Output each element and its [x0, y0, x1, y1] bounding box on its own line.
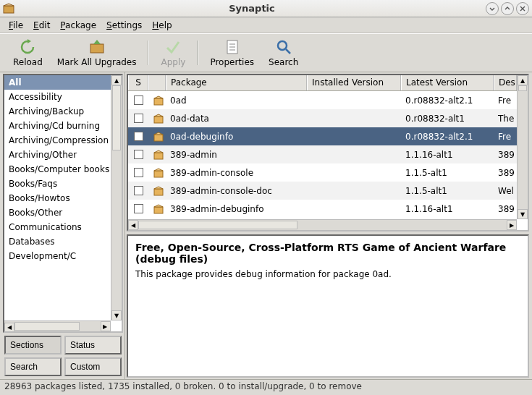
category-item[interactable]: Archiving/Backup — [4, 104, 111, 119]
scroll-thumb[interactable] — [518, 85, 527, 91]
column-description[interactable]: Des — [494, 75, 517, 90]
package-checkbox[interactable] — [134, 132, 143, 141]
separator — [193, 41, 203, 65]
svg-rect-3 — [90, 44, 104, 53]
svg-rect-15 — [154, 135, 163, 141]
category-item[interactable]: Books/Faqs — [4, 177, 111, 191]
package-table[interactable]: S Package Installed Version Latest Versi… — [127, 74, 529, 232]
svg-rect-23 — [154, 207, 163, 213]
table-row[interactable]: 0ad-data0.r08832-alt1The — [128, 109, 517, 127]
description-snippet: 389 — [494, 168, 517, 178]
sections-button[interactable]: Sections — [4, 336, 62, 354]
mark-all-upgrades-button[interactable]: Mark All Upgrades — [50, 35, 144, 70]
category-item[interactable]: Communications — [4, 220, 111, 234]
scroll-down-icon[interactable]: ▼ — [518, 209, 528, 219]
apply-icon — [164, 38, 182, 56]
category-item[interactable]: Books/Other — [4, 205, 111, 220]
table-row[interactable]: 389-admin-debuginfo1.1.16-alt1389 — [128, 200, 517, 218]
description-body: This package provides debug information … — [135, 269, 520, 279]
table-row[interactable]: 389-admin-console1.1.5-alt1389 — [128, 163, 517, 182]
custom-button[interactable]: Custom — [64, 357, 122, 376]
description-snippet: 389 — [494, 204, 517, 214]
scroll-up-icon[interactable]: ▲ — [518, 75, 528, 85]
scroll-thumb[interactable] — [14, 322, 80, 331]
svg-marker-24 — [154, 205, 163, 207]
table-row[interactable]: 0ad-debuginfo0.r08832-alt2.1Fre — [128, 127, 517, 145]
scroll-right-icon[interactable]: ▶ — [101, 321, 111, 331]
svg-marker-1 — [4, 4, 14, 6]
statusbar: 28963 packages listed, 1735 installed, 0… — [0, 379, 532, 394]
search-filter-button[interactable]: Search — [4, 357, 62, 376]
minimize-button[interactable] — [486, 2, 499, 15]
table-row[interactable]: 389-admin1.1.16-alt1389 — [128, 145, 517, 163]
package-checkbox[interactable] — [134, 186, 143, 195]
column-package[interactable]: Package — [166, 75, 307, 90]
description-snippet: Wel — [494, 186, 517, 196]
table-scrollbar-horizontal[interactable]: ◀ ▶ — [128, 219, 517, 230]
menu-help[interactable]: Help — [148, 19, 176, 32]
category-scrollbar-horizontal[interactable]: ◀ ▶ — [4, 320, 111, 331]
scroll-left-icon[interactable]: ◀ — [128, 220, 138, 230]
status-button[interactable]: Status — [64, 336, 122, 354]
maximize-button[interactable] — [501, 2, 514, 15]
package-checkbox[interactable] — [134, 204, 143, 213]
svg-marker-14 — [154, 114, 163, 116]
svg-marker-22 — [154, 187, 163, 189]
package-name: 389-admin-console-doc — [166, 186, 307, 196]
menu-package[interactable]: Package — [56, 19, 101, 32]
menu-file[interactable]: File — [4, 19, 28, 32]
table-row[interactable]: 0ad0.r08832-alt2.1Fre — [128, 91, 517, 109]
mark-all-label: Mark All Upgrades — [57, 57, 137, 67]
reload-label: Reload — [13, 57, 43, 67]
description-panel: Free, Open-Source, Cross-Platform RTS Ga… — [127, 234, 529, 378]
package-checkbox[interactable] — [134, 168, 143, 177]
scroll-thumb[interactable] — [112, 85, 121, 150]
scroll-left-icon[interactable]: ◀ — [4, 323, 14, 333]
category-item[interactable]: Accessibility — [4, 90, 111, 104]
category-item[interactable]: All — [4, 75, 111, 90]
close-button[interactable] — [516, 2, 529, 15]
category-item[interactable]: Books/Howtos — [4, 191, 111, 205]
table-scrollbar-vertical[interactable]: ▲ ▼ — [517, 75, 528, 219]
package-checkbox[interactable] — [134, 150, 143, 159]
properties-label: Properties — [210, 57, 254, 67]
svg-line-10 — [286, 49, 290, 54]
column-icon[interactable] — [148, 75, 166, 90]
package-name: 0ad-debuginfo — [166, 132, 307, 142]
category-item[interactable]: Archiving/Compression — [4, 133, 111, 148]
svg-marker-20 — [154, 169, 163, 171]
category-item[interactable]: Development/C — [4, 249, 111, 263]
scroll-down-icon[interactable]: ▼ — [111, 310, 122, 320]
svg-rect-11 — [154, 98, 163, 105]
menu-settings[interactable]: Settings — [102, 19, 146, 32]
category-item[interactable]: Databases — [4, 234, 111, 249]
latest-version: 1.1.5-alt1 — [401, 186, 494, 196]
category-item[interactable]: Archiving/Other — [4, 148, 111, 162]
package-icon — [153, 95, 164, 106]
svg-marker-18 — [154, 150, 163, 153]
reload-button[interactable]: Reload — [6, 35, 50, 70]
latest-version: 0.r08832-alt2.1 — [401, 132, 494, 142]
scroll-right-icon[interactable]: ▶ — [507, 220, 517, 230]
package-icon — [153, 113, 164, 124]
package-checkbox[interactable] — [134, 95, 143, 105]
column-latest-version[interactable]: Latest Version — [401, 75, 494, 90]
scroll-thumb[interactable] — [138, 221, 297, 229]
menu-edit[interactable]: Edit — [29, 19, 54, 32]
search-button[interactable]: Search — [261, 35, 305, 70]
svg-rect-13 — [154, 116, 163, 123]
column-installed-version[interactable]: Installed Version — [307, 75, 401, 90]
column-status[interactable]: S — [128, 75, 148, 90]
svg-rect-21 — [154, 189, 163, 195]
category-scrollbar-vertical[interactable]: ▲ ▼ — [111, 75, 122, 320]
properties-button[interactable]: Properties — [203, 35, 261, 70]
svg-marker-16 — [154, 132, 163, 135]
svg-point-9 — [278, 41, 287, 50]
category-item[interactable]: Archiving/Cd burning — [4, 119, 111, 133]
category-list[interactable]: AllAccessibilityArchiving/BackupArchivin… — [3, 74, 123, 333]
scroll-up-icon[interactable]: ▲ — [111, 75, 122, 85]
table-row[interactable]: 389-admin-console-doc1.1.5-alt1Wel — [128, 182, 517, 200]
package-checkbox[interactable] — [134, 114, 143, 123]
reload-icon — [19, 38, 36, 56]
category-item[interactable]: Books/Computer books — [4, 162, 111, 177]
